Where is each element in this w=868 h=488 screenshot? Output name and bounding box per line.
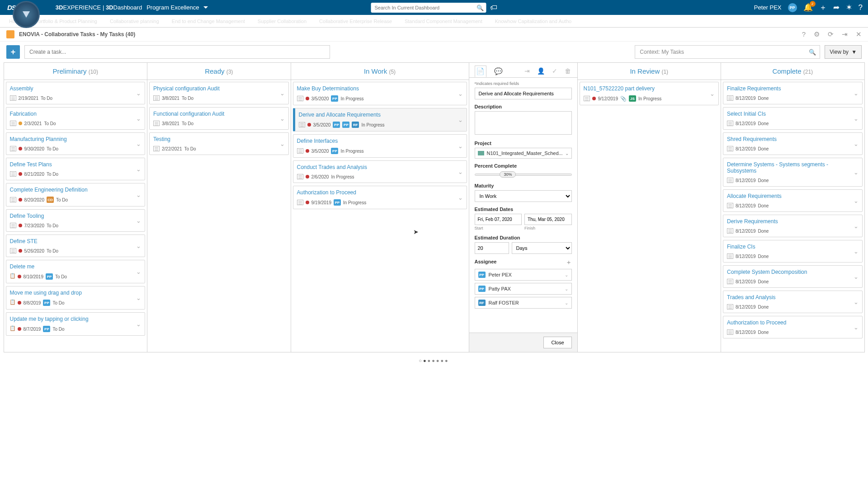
chevron-down-icon[interactable]: ⌄ xyxy=(136,295,141,301)
task-title-input[interactable] xyxy=(475,88,572,99)
task-card[interactable]: Define STE 5/26/2020 To Do ⌄ xyxy=(6,235,146,257)
global-search-input[interactable] xyxy=(371,3,486,13)
card-title[interactable]: Derive Requirements xyxy=(723,215,862,226)
chevron-down-icon[interactable]: ⌄ xyxy=(136,90,141,97)
chevron-down-icon[interactable]: ⌄ xyxy=(854,223,859,230)
slider-thumb[interactable]: 30% xyxy=(500,171,516,178)
subnav-item[interactable]: Knowhow Capitalization and Autho xyxy=(495,19,571,24)
task-card[interactable]: Fabrication 2/3/2021 To Do ⌄ xyxy=(6,107,146,130)
card-title[interactable]: Select Initial CIs xyxy=(723,108,862,119)
task-card[interactable]: Define Test Plans 8/21/2020 To Do ⌄ xyxy=(6,158,146,180)
card-title[interactable]: Make Buy Determinations xyxy=(293,82,467,94)
search-icon[interactable]: 🔍 xyxy=(476,5,484,11)
chevron-down-icon[interactable]: ⌄ xyxy=(854,197,859,204)
chevron-down-icon[interactable]: ⌄ xyxy=(136,166,141,173)
chevron-down-icon[interactable]: ⌄ xyxy=(136,141,141,147)
card-title[interactable]: Allocate Requirements xyxy=(723,190,862,201)
chevron-down-icon[interactable]: ⌄ xyxy=(854,248,859,255)
help-icon[interactable]: ? xyxy=(859,3,863,12)
widget-popout-icon[interactable]: ⇥ xyxy=(842,30,848,38)
card-title[interactable]: Conduct Trades and Analysis xyxy=(293,161,467,172)
chevron-down-icon[interactable]: ⌄ xyxy=(136,321,141,328)
pager-dots[interactable]: ○●●●●●● xyxy=(0,356,868,365)
task-card[interactable]: Delete me 8/10/2019 PP To Do ⌄ xyxy=(6,260,146,283)
chevron-down-icon[interactable] xyxy=(203,6,208,9)
card-title[interactable]: Define Tooling xyxy=(6,210,145,221)
context-filter[interactable]: Context: My Tasks 🔍 xyxy=(635,45,820,59)
card-title[interactable]: Authorization to Proceed xyxy=(723,316,862,328)
chevron-down-icon[interactable]: ⌄ xyxy=(458,169,463,175)
dashboard-name[interactable]: Program Excellence xyxy=(146,4,199,11)
card-title[interactable]: Physical configuration Audit xyxy=(150,82,288,94)
card-title[interactable]: Determine Systems - Systems segments - S… xyxy=(723,158,862,176)
card-title[interactable]: Define STE xyxy=(6,235,145,246)
task-card[interactable]: Trades and Analysis 8/12/2019 Done ⌄ xyxy=(723,291,863,313)
task-card[interactable]: Conduct Trades and Analysis 2/6/2020 In … xyxy=(293,160,467,183)
chevron-down-icon[interactable]: ⌄ xyxy=(854,324,859,331)
duration-unit-select[interactable]: Days xyxy=(512,242,572,254)
task-card[interactable]: Select Initial CIs 8/12/2019 Done ⌄ xyxy=(723,107,863,130)
card-title[interactable]: Delete me xyxy=(6,260,145,272)
card-title[interactable]: Functional configuration Audit xyxy=(150,108,288,119)
user-avatar[interactable]: PP xyxy=(788,3,797,12)
card-title[interactable]: Shred Requirements xyxy=(723,133,862,144)
chevron-down-icon[interactable]: ⌄ xyxy=(710,90,715,97)
card-title[interactable]: Finalize Requirements xyxy=(723,82,862,94)
chevron-down-icon[interactable]: ⌄ xyxy=(458,143,463,150)
card-title[interactable]: Define Test Plans xyxy=(6,158,145,169)
chevron-down-icon[interactable]: ⌄ xyxy=(458,90,463,97)
finish-date-input[interactable] xyxy=(524,214,572,225)
chevron-down-icon[interactable]: ⌄ xyxy=(280,115,285,122)
task-card[interactable]: Shred Requirements 8/12/2019 Done ⌄ xyxy=(723,132,863,155)
assignee-row[interactable]: PPPeter PEX⌄ xyxy=(475,269,572,281)
subnav-item[interactable]: Standard Component Management xyxy=(405,19,482,24)
card-title[interactable]: Manufacturing Planning xyxy=(6,133,145,144)
community-icon[interactable]: ✶ xyxy=(846,3,852,12)
task-card[interactable]: Complete System Decomposition 8/12/2019 … xyxy=(723,265,863,288)
share-icon[interactable]: ➦ xyxy=(833,3,840,12)
task-card[interactable]: Derive and Allocate Requirements 3/5/202… xyxy=(293,108,467,131)
chevron-down-icon[interactable]: ⌄ xyxy=(854,90,859,97)
task-card[interactable]: Manufacturing Planning 9/30/2020 To Do ⌄ xyxy=(6,132,146,155)
chevron-down-icon[interactable]: ⌄ xyxy=(854,141,859,147)
compass-icon[interactable] xyxy=(13,1,40,28)
assignee-row[interactable]: RFRalf FOSTER⌄ xyxy=(475,297,572,309)
detail-tab-properties[interactable]: 📄 xyxy=(475,66,486,77)
view-by-dropdown[interactable]: View by ▼ xyxy=(825,45,862,59)
chevron-down-icon[interactable]: ⌄ xyxy=(136,243,141,249)
detail-assign-icon[interactable]: 👤 xyxy=(536,66,546,77)
widget-close-icon[interactable]: ✕ xyxy=(856,30,862,38)
detail-complete-icon[interactable]: ✓ xyxy=(551,66,558,77)
task-card[interactable]: Authorization to Proceed 8/12/2019 Done … xyxy=(723,316,863,338)
project-select[interactable]: N101_Integrated_Master_Sched... ⌄ xyxy=(475,148,572,159)
assignee-row[interactable]: PPPatty PAX⌄ xyxy=(475,283,572,295)
card-title[interactable]: Trades and Analysis xyxy=(723,291,862,302)
card-title[interactable]: Finalize CIs xyxy=(723,240,862,252)
task-card[interactable]: Functional configuration Audit 3/8/2021 … xyxy=(149,107,289,130)
chevron-down-icon[interactable]: ⌄ xyxy=(854,169,859,176)
chevron-down-icon[interactable]: ⌄ xyxy=(136,192,141,198)
task-card[interactable]: Authorization to Proceed 9/19/2019 PP In… xyxy=(293,186,467,209)
task-card[interactable]: Physical configuration Audit 3/8/2021 To… xyxy=(149,82,289,104)
card-title[interactable]: Assembly xyxy=(6,82,145,94)
card-title[interactable]: N101_57522220 part delivery xyxy=(580,82,719,94)
task-card[interactable]: Derive Requirements 8/12/2019 Done ⌄ xyxy=(723,215,863,237)
task-card[interactable]: Finalize CIs 8/12/2019 Done ⌄ xyxy=(723,240,863,263)
task-card[interactable]: Allocate Requirements 8/12/2019 Done ⌄ xyxy=(723,189,863,212)
widget-help-icon[interactable]: ? xyxy=(802,30,806,38)
card-title[interactable]: Move me using drag and drop xyxy=(6,286,145,298)
chevron-down-icon[interactable]: ⌄ xyxy=(136,217,141,224)
chevron-down-icon[interactable]: ⌄ xyxy=(280,141,285,147)
subnav-item[interactable]: End to end Change Management xyxy=(172,19,245,24)
create-task-input[interactable] xyxy=(24,45,330,59)
chevron-down-icon[interactable]: ⌄ xyxy=(854,299,859,305)
task-card[interactable]: Determine Systems - Systems segments - S… xyxy=(723,158,863,187)
task-card[interactable]: Move me using drag and drop 8/8/2019 PP … xyxy=(6,286,146,310)
task-card[interactable]: Update me by tapping or clicking 8/7/201… xyxy=(6,312,146,336)
detail-delete-icon[interactable]: 🗑 xyxy=(564,66,572,77)
card-title[interactable]: Testing xyxy=(150,133,288,144)
maturity-select[interactable]: In Work xyxy=(475,190,572,202)
detail-export-icon[interactable]: ⇥ xyxy=(524,66,531,77)
task-card[interactable]: Define Tooling 7/23/2020 To Do ⌄ xyxy=(6,209,146,232)
card-title[interactable]: Authorization to Proceed xyxy=(293,186,467,197)
